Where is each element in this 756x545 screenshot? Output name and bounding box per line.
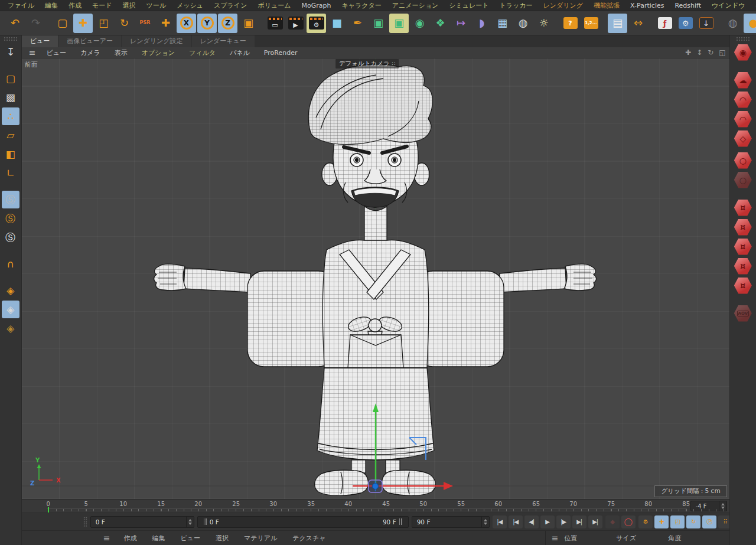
rs-point-light-icon[interactable]: ¤	[734, 219, 752, 236]
viewport-rotate-icon[interactable]: ↻	[708, 48, 713, 57]
panel-tab[interactable]: レンダーキュー	[192, 35, 255, 47]
workplane-lock-icon[interactable]: ◈	[2, 301, 19, 318]
viewport-menu-item[interactable]: ProRender	[257, 47, 305, 58]
manager-menu-item[interactable]: 作成	[116, 534, 144, 543]
scale-tool-icon[interactable]: ◰	[94, 14, 113, 33]
rs-aov-icon[interactable]: AOV	[734, 305, 752, 322]
point-mode-icon[interactable]: ∴	[2, 107, 19, 125]
manager-menu-item[interactable]: ビュー	[172, 534, 208, 543]
menu-item[interactable]: Redshift	[669, 0, 706, 11]
display-gouraud-icon[interactable]: ●	[744, 14, 756, 33]
viewport-menu-item[interactable]: カメラ	[73, 47, 107, 58]
frame-offset-field[interactable]: -4 F	[690, 501, 727, 511]
z-axis-lock-icon[interactable]: Z	[218, 14, 237, 33]
viewport-zoom-icon[interactable]: ↕	[696, 48, 702, 57]
rs-camera-icon[interactable]: ◉	[734, 44, 752, 61]
camera-icon[interactable]: ◍	[513, 14, 533, 33]
transform-tool-icon[interactable]: ✚	[156, 14, 175, 33]
next-key-button[interactable]: ▶|	[572, 515, 586, 528]
undo-icon[interactable]: ↶	[5, 14, 25, 33]
prev-frame-button[interactable]: ◀|	[524, 515, 539, 528]
model-mode-icon[interactable]: ▢	[2, 70, 19, 87]
render-picture-viewer-icon[interactable]: ▶	[286, 14, 305, 33]
stepper-arrows[interactable]	[186, 517, 194, 527]
y-axis-lock-icon[interactable]: Y	[197, 14, 217, 33]
live-selection-icon[interactable]: ▢	[53, 14, 72, 33]
coordinate-system-icon[interactable]: ▣	[239, 14, 258, 33]
rs-proxy-icon[interactable]: ◇	[734, 130, 752, 147]
toolbar-separator[interactable]	[649, 14, 654, 33]
bend-deformer-icon[interactable]: ◗	[472, 14, 491, 33]
rs-gap[interactable]	[734, 295, 752, 303]
viewport-menu-icon[interactable]: ≡	[25, 48, 40, 57]
rs-sphere-icon[interactable]: ○	[734, 152, 752, 169]
polygon-mode-icon[interactable]: ◧	[2, 145, 19, 163]
goto-end-button[interactable]: ▶|	[588, 515, 602, 528]
edge-mode-icon[interactable]: ▱	[2, 126, 19, 144]
panel-tab[interactable]: 画像ビューアー	[58, 35, 121, 47]
record-keyframe-icon[interactable]: ◆	[605, 515, 620, 528]
goto-start-button[interactable]: |◀	[493, 515, 507, 528]
prev-key-button[interactable]: |◀	[509, 515, 523, 528]
quantize-icon[interactable]: Ⓢ	[2, 210, 19, 227]
key-parameter-icon[interactable]: Ⓟ	[702, 515, 716, 528]
rs-spot-light-icon[interactable]: ¤	[734, 239, 752, 255]
floor-icon[interactable]: ▦	[493, 14, 512, 33]
menu-item[interactable]: 編集	[40, 0, 63, 11]
menu-item[interactable]: スプライン	[208, 0, 252, 11]
toolbar-separator[interactable]	[716, 14, 722, 33]
menu-item[interactable]: 機能拡張	[588, 0, 625, 11]
stepper-arrows[interactable]	[481, 517, 489, 527]
frame-range-slider[interactable]: 0 F 90 F	[197, 516, 409, 528]
viewport-canvas[interactable]: Y X Z 前面 デフォルトカメラ ∷ グリッド間隔 : 5 cm	[22, 58, 729, 499]
viewport-menu-item[interactable]: パネル	[223, 47, 257, 58]
menu-item[interactable]: トラッカー	[494, 0, 538, 11]
render-view-icon[interactable]: ▭	[265, 14, 285, 33]
toolbar-separator[interactable]	[259, 14, 265, 33]
menu-item[interactable]: モード	[87, 0, 118, 11]
toolbar-separator[interactable]	[601, 14, 607, 33]
stepper-arrows[interactable]	[719, 501, 726, 511]
volume-builder-icon[interactable]: ❖	[431, 14, 450, 33]
menu-item[interactable]: X-Particles	[625, 0, 669, 11]
workplane-icon[interactable]: ◈	[2, 282, 19, 299]
deformer-icon[interactable]: ◉	[410, 14, 429, 33]
magnet-icon[interactable]: ∩	[2, 255, 19, 273]
end-frame-field[interactable]: 90 F	[412, 516, 490, 528]
make-editable-icon[interactable]: ↧	[2, 43, 19, 61]
manager-menu-item[interactable]: 編集	[144, 534, 172, 543]
psr-tool-icon[interactable]: PSR	[135, 14, 155, 33]
menu-item[interactable]: メッシュ	[171, 0, 208, 11]
menu-item[interactable]: 選択	[118, 0, 141, 11]
redo-icon[interactable]: ↷	[26, 14, 45, 33]
viewport-pan-icon[interactable]: ✚	[685, 48, 691, 57]
manager-menu-item[interactable]: テクスチャ	[285, 534, 333, 543]
menu-item[interactable]: キャラクター	[336, 0, 386, 11]
panel-tab[interactable]: ビュー	[22, 35, 58, 47]
menu-item[interactable]: ウインドウ	[706, 0, 750, 11]
current-frame-field[interactable]: 0 F	[90, 516, 194, 528]
autokey-icon[interactable]: ◯	[621, 515, 636, 528]
texture-mode-icon[interactable]: ▩	[2, 89, 19, 106]
x-axis-lock-icon[interactable]: X	[177, 14, 196, 33]
menu-item[interactable]: ツール	[141, 0, 172, 11]
palette-grip[interactable]	[4, 37, 18, 41]
snap-enable-icon[interactable]: Ⓢ	[2, 191, 19, 208]
rs-dome-light-icon[interactable]: ◠	[734, 92, 752, 108]
light-icon[interactable]: ☼	[534, 14, 553, 33]
save-numbered-icon[interactable]: 1,2...	[581, 14, 601, 33]
menu-item[interactable]: ボリューム	[252, 0, 296, 11]
field-icon[interactable]: ↦	[451, 14, 471, 33]
rs-area-light-icon[interactable]: ¤	[734, 200, 752, 216]
viewport-menu-item[interactable]: ビュー	[39, 47, 73, 58]
rotate-tool-icon[interactable]: ↻	[115, 14, 134, 33]
origin-joint-icon[interactable]	[369, 480, 382, 492]
rs-sun-light-icon[interactable]: ¤	[734, 278, 752, 294]
menu-item[interactable]: ファイル	[2, 0, 40, 11]
manager-menu-icon[interactable]: ≡	[97, 533, 116, 543]
camera-label[interactable]: デフォルトカメラ ∷	[335, 59, 399, 68]
display-wireframe-icon[interactable]: ◍	[723, 14, 742, 33]
rs-gap[interactable]	[734, 148, 752, 151]
palette-grip[interactable]	[736, 37, 750, 41]
viewport-menu-item[interactable]: 表示	[107, 47, 135, 58]
